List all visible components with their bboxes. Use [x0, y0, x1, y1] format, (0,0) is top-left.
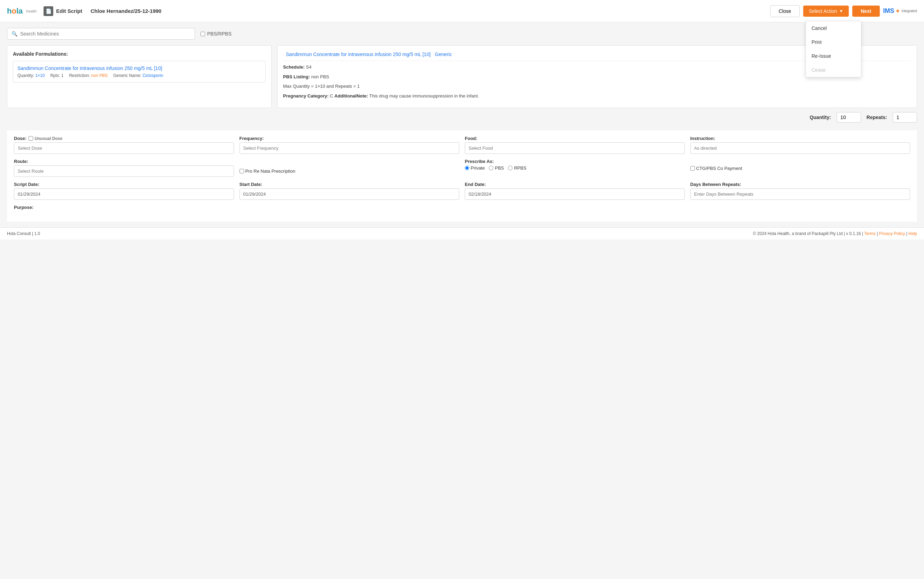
script-file-icon: 📄	[44, 6, 53, 16]
privacy-link[interactable]: Privacy Policy	[879, 231, 905, 236]
header-actions: Close Select Action ▼ Next IMS✦ integrat…	[770, 5, 917, 17]
header-title: 📄 Edit Script Chloe Hernandez/25-12-1990	[44, 6, 161, 16]
formulation-item: Sandimmun Concentrate for intravenous in…	[13, 61, 266, 82]
purpose-label: Purpose:	[14, 205, 910, 210]
menu-item-print[interactable]: Print	[806, 35, 861, 49]
help-link[interactable]: Help	[908, 231, 917, 236]
quantity-input[interactable]	[837, 112, 861, 123]
menu-item-cancel[interactable]: Cancel	[806, 21, 861, 35]
food-input[interactable]	[465, 142, 685, 154]
end-date-input[interactable]	[465, 188, 685, 200]
frequency-input[interactable]	[240, 142, 460, 154]
patient-name: Chloe Hernandez/25-12-1990	[90, 8, 161, 14]
formulations-title: Available Formulations:	[13, 51, 266, 57]
route-label: Route:	[14, 159, 234, 164]
days-between-col: Days Between Repeats:	[690, 182, 911, 200]
route-input[interactable]	[14, 165, 234, 177]
script-date-col: Script Date:	[14, 182, 234, 200]
unusual-dose-check[interactable]	[29, 136, 33, 141]
repeats-input[interactable]	[893, 112, 917, 123]
pro-re-nata-row: Pro Re Nata Prescription	[240, 159, 460, 174]
logo-subtitle: health	[26, 9, 36, 13]
prescribe-rpbs-radio[interactable]	[508, 166, 512, 170]
form-row-1: Dose: Unusual Dose Frequency: Food: Inst…	[14, 136, 910, 154]
pbs-rpbs-checkbox[interactable]: PBS/RPBS	[201, 31, 232, 36]
search-bar-row: 🔍 PBS/RPBS	[7, 28, 917, 40]
formulation-name[interactable]: Sandimmun Concentrate for intravenous in…	[17, 65, 261, 71]
unusual-dose-checkbox[interactable]: Unusual Dose	[29, 136, 62, 141]
script-date-input[interactable]	[14, 188, 234, 200]
days-between-input[interactable]	[690, 188, 911, 200]
dose-input[interactable]	[14, 142, 234, 154]
prescribe-as-group: Private PBS RPBS	[465, 165, 685, 171]
chevron-down-icon: ▼	[839, 9, 843, 13]
prescribe-pbs-radio[interactable]	[489, 166, 493, 170]
end-date-col: End Date:	[465, 182, 685, 200]
main-content: 🔍 PBS/RPBS Available Formulations: Sandi…	[0, 22, 924, 227]
dose-label: Dose: Unusual Dose	[14, 136, 234, 141]
form-row-3: Script Date: Start Date: End Date: Days …	[14, 182, 910, 200]
menu-item-cease: Cease	[806, 63, 861, 77]
logo-area: hola health	[7, 7, 36, 16]
instruction-input[interactable]	[690, 142, 911, 154]
ims-logo: IMS✦ integrated	[883, 7, 917, 15]
prescribe-as-col: Prescribe As: Private PBS RPBS	[465, 159, 685, 177]
form-row-4: Purpose:	[14, 205, 910, 211]
form-section: Dose: Unusual Dose Frequency: Food: Inst…	[7, 130, 917, 222]
generic-link[interactable]: Generic	[435, 52, 452, 57]
prescribe-private-radio[interactable]	[465, 166, 469, 170]
select-action-button[interactable]: Select Action ▼	[803, 6, 849, 17]
form-row-2: Route: Pro Re Nata Prescription Prescrib…	[14, 159, 910, 177]
content-row: Available Formulations: Sandimmun Concen…	[7, 45, 917, 108]
pro-re-nata-checkbox[interactable]: Pro Re Nata Prescription	[240, 168, 296, 174]
menu-item-reissue[interactable]: Re-Issue	[806, 49, 861, 63]
logo: hola	[7, 7, 23, 16]
frequency-col: Frequency:	[240, 136, 460, 154]
footer: Hola Consult | 1.0 © 2024 Hola Health, a…	[0, 227, 924, 240]
prescribe-rpbs-option[interactable]: RPBS	[508, 165, 526, 171]
pro-re-nata-check[interactable]	[240, 169, 244, 173]
search-input[interactable]	[20, 31, 190, 36]
script-date-label: Script Date:	[14, 182, 234, 187]
start-date-input[interactable]	[240, 188, 460, 200]
food-label: Food:	[465, 136, 685, 141]
formulation-meta: Quantity: 1×10 Rpts: 1 Restriction: non …	[17, 73, 261, 78]
food-col: Food:	[465, 136, 685, 154]
search-input-wrapper[interactable]: 🔍	[7, 28, 195, 40]
search-icon: 🔍	[11, 31, 17, 36]
ctg-col: CTG/PBS Co Payment	[690, 159, 911, 177]
select-action-dropdown: Cancel Print Re-Issue Cease	[806, 21, 861, 77]
instruction-label: Instruction:	[690, 136, 911, 141]
instruction-col: Instruction:	[690, 136, 911, 154]
purpose-col: Purpose:	[14, 205, 910, 211]
prescribe-private-option[interactable]: Private	[465, 165, 485, 171]
edit-script-label: Edit Script	[56, 8, 82, 14]
pregnancy-row: Pregnancy Category: C AdditionalNote: Th…	[283, 93, 911, 100]
repeats-label: Repeats:	[867, 114, 887, 120]
footer-left: Hola Consult | 1.0	[7, 231, 40, 236]
quantity-repeats-row: Quantity: Repeats:	[7, 108, 917, 127]
ctg-pbs-checkbox[interactable]: CTG/PBS Co Payment	[690, 166, 911, 171]
route-col: Route:	[14, 159, 234, 177]
quantity-label: Quantity:	[810, 114, 831, 120]
close-button[interactable]: Close	[770, 5, 800, 17]
start-date-label: Start Date:	[240, 182, 460, 187]
dose-col: Dose: Unusual Dose	[14, 136, 234, 154]
header: hola health 📄 Edit Script Chloe Hernande…	[0, 0, 924, 22]
start-date-col: Start Date:	[240, 182, 460, 200]
ctg-pbs-check[interactable]	[690, 166, 695, 171]
pbs-rpbs-check[interactable]	[201, 32, 205, 36]
frequency-label: Frequency:	[240, 136, 460, 141]
next-button[interactable]: Next	[852, 6, 880, 17]
days-between-label: Days Between Repeats:	[690, 182, 911, 187]
terms-link[interactable]: Terms	[864, 231, 876, 236]
end-date-label: End Date:	[465, 182, 685, 187]
pro-re-nata-col: Pro Re Nata Prescription	[240, 159, 460, 177]
left-panel: Available Formulations: Sandimmun Concen…	[7, 45, 271, 108]
max-quantity-row: Max Quantity = 1×10 and Repeats = 1	[283, 83, 911, 90]
footer-right: © 2024 Hola Health, a brand of Packapill…	[753, 231, 917, 236]
prescribe-as-label: Prescribe As:	[465, 159, 685, 164]
prescribe-pbs-option[interactable]: PBS	[489, 165, 504, 171]
